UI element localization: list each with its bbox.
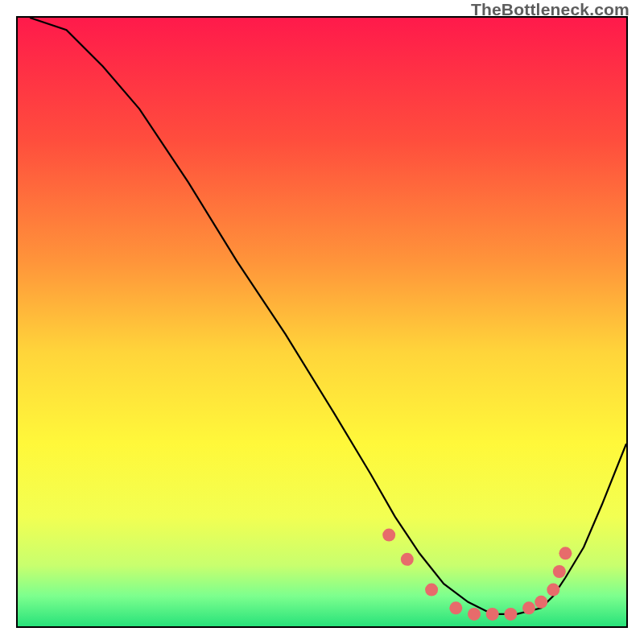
- marker-dot: [425, 584, 438, 597]
- marker-dot: [468, 608, 481, 621]
- plot-area: [16, 16, 628, 628]
- chart-container: TheBottleneck.com: [0, 0, 644, 644]
- marker-dot: [559, 547, 572, 559]
- marker-dot: [449, 601, 462, 614]
- bottleneck-curve: [30, 18, 626, 614]
- marker-dot: [504, 608, 517, 621]
- marker-dot: [553, 565, 566, 578]
- marker-dot: [547, 584, 559, 597]
- marker-dot: [401, 553, 414, 566]
- marker-dot: [535, 596, 547, 609]
- marker-dot: [522, 601, 535, 614]
- marker-dot: [382, 529, 395, 542]
- curve-layer: [18, 18, 626, 626]
- marker-dot: [486, 608, 499, 621]
